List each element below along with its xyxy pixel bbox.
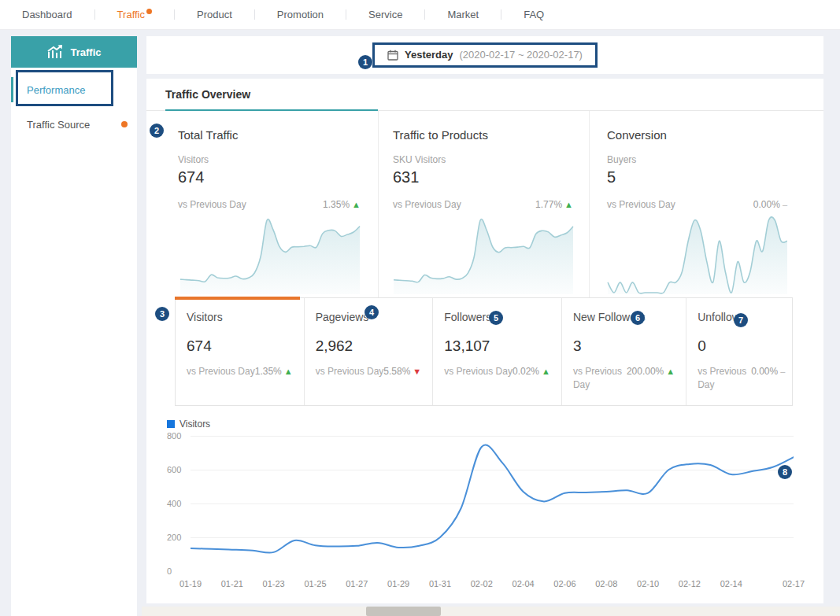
nav-item-label: Promotion	[277, 9, 324, 20]
legend-label: Visitors	[179, 419, 210, 430]
card-metric-label: SKU Visitors	[393, 154, 573, 165]
card-metric-value: 5	[607, 168, 787, 186]
change-value: 1.35%▲	[323, 199, 361, 210]
annotation-badge-1: 1	[358, 55, 372, 69]
annotation-badge-7: 7	[734, 313, 748, 327]
tab-traffic-overview[interactable]: Traffic Overview	[165, 79, 250, 111]
y-axis-tick: 200	[167, 533, 181, 542]
nav-item-dashboard[interactable]: Dashboard	[0, 9, 94, 20]
change-value: 1.77%▲	[535, 199, 573, 210]
nav-item-service[interactable]: Service	[346, 9, 424, 20]
sidebar-item-label: Performance	[27, 84, 85, 96]
card-metric-label: Visitors	[178, 154, 361, 165]
selected-metric-indicator	[175, 297, 300, 300]
active-indicator-bar	[11, 77, 13, 102]
vs-previous-label: vs Previous Day	[573, 365, 627, 392]
card-title: Total Traffic	[178, 128, 361, 142]
chart-legend: Visitors	[167, 419, 797, 430]
y-axis-tick: 400	[167, 499, 181, 508]
x-axis-tick: 02-04	[507, 579, 540, 588]
annotation-badge-3: 3	[155, 307, 169, 321]
nav-item-promotion[interactable]: Promotion	[255, 9, 346, 20]
annotation-badge-5: 5	[489, 311, 503, 325]
overview-card-total-traffic[interactable]: Total Traffic Visitors 674 vs Previous D…	[146, 111, 378, 297]
conversion-sparkline	[607, 214, 788, 294]
nav-item-label: Traffic	[117, 9, 145, 20]
metric-cell-new-followers[interactable]: New Followers 3 vs Previous Day 200.00%▲	[562, 298, 686, 405]
x-axis-tick: 02-17	[777, 579, 810, 588]
y-axis-tick: 800	[167, 431, 181, 441]
vs-previous-label: vs Previous Day	[187, 365, 255, 378]
card-title: Traffic to Products	[393, 128, 573, 142]
x-axis-tick: 01-25	[298, 579, 331, 588]
nav-item-label: Service	[368, 9, 402, 20]
trend-flat-icon: –	[780, 367, 785, 376]
date-range-selector[interactable]: Yesterday (2020-02-17 ~ 2020-02-17)	[372, 42, 598, 68]
trend-flat-icon: –	[783, 200, 787, 209]
sidebar-header-traffic[interactable]: Traffic	[11, 36, 137, 68]
y-axis-tick: 0	[167, 566, 172, 576]
date-range-text: (2020-02-17 ~ 2020-02-17)	[459, 49, 582, 61]
nav-item-label: Product	[197, 9, 232, 20]
x-axis-tick: 01-29	[382, 579, 415, 588]
horizontal-scrollbar-track[interactable]	[142, 607, 840, 616]
x-axis-tick: 02-08	[590, 579, 623, 588]
x-axis-tick: 01-31	[424, 579, 457, 588]
sidebar-item-traffic-source[interactable]: Traffic Source	[11, 107, 137, 142]
legend-swatch-visitors	[167, 420, 175, 428]
x-axis-tick: 01-23	[257, 579, 290, 588]
x-axis-tick: 02-02	[465, 579, 498, 588]
main-content: Yesterday (2020-02-17 ~ 2020-02-17) Traf…	[146, 36, 823, 603]
nav-item-market[interactable]: Market	[425, 9, 501, 20]
sidebar-item-performance[interactable]: Performance	[11, 72, 137, 107]
x-axis-tick: 02-12	[673, 579, 706, 588]
nav-item-traffic[interactable]: Traffic	[95, 9, 174, 20]
overview-card-conversion[interactable]: Conversion Buyers 5 vs Previous Day 0.00…	[589, 111, 823, 297]
annotation-badge-4: 4	[364, 305, 379, 319]
x-axis-tick: 02-10	[631, 579, 664, 588]
change-value: 0.00%–	[753, 199, 787, 210]
annotation-badge-2: 2	[150, 124, 164, 138]
nav-item-label: FAQ	[524, 9, 544, 20]
nav-item-label: Dashboard	[22, 9, 72, 20]
traffic-to-products-sparkline	[393, 214, 574, 294]
card-metric-label: Buyers	[607, 154, 787, 165]
nav-item-label: Market	[447, 9, 479, 20]
overview-card-traffic-to-products[interactable]: Traffic to Products SKU Visitors 631 vs …	[378, 111, 589, 297]
trend-up-icon: ▲	[542, 367, 550, 376]
metric-cell-visitors[interactable]: Visitors 674 vs Previous Day 1.35%▲	[176, 298, 305, 405]
horizontal-scrollbar-thumb[interactable]	[366, 607, 441, 616]
card-metric-value: 631	[393, 168, 573, 186]
trend-up-icon: ▲	[352, 200, 361, 209]
x-axis-tick: 01-27	[340, 579, 373, 588]
annotation-badge-6: 6	[631, 311, 645, 325]
nav-item-faq[interactable]: FAQ	[501, 9, 566, 20]
sidebar-header-label: Traffic	[70, 46, 101, 58]
traffic-chart-icon	[46, 45, 64, 59]
trend-down-icon: ▼	[413, 367, 421, 376]
metrics-strip: Visitors 674 vs Previous Day 1.35%▲ Page…	[175, 297, 793, 406]
sidebar-item-label: Traffic Source	[27, 119, 90, 131]
visitors-line-chart: 020040060080001-1901-2101-2301-2501-2701…	[167, 436, 797, 598]
tab-row: Traffic Overview	[146, 79, 823, 111]
nav-item-product[interactable]: Product	[175, 9, 254, 20]
date-filter-bar: Yesterday (2020-02-17 ~ 2020-02-17)	[146, 36, 823, 74]
date-preset-label: Yesterday	[405, 49, 453, 61]
x-axis-tick: 02-14	[715, 579, 748, 588]
trend-up-icon: ▲	[284, 367, 293, 376]
y-axis-tick: 600	[167, 465, 181, 474]
vs-previous-label: vs Previous Day	[393, 199, 461, 210]
overview-cards-row: Total Traffic Visitors 674 vs Previous D…	[146, 111, 823, 297]
traffic-overview-panel: Traffic Overview Total Traffic Visitors …	[146, 79, 823, 603]
vs-previous-label: vs Previous Day	[316, 365, 384, 378]
card-metric-value: 674	[178, 168, 361, 186]
total-traffic-sparkline	[179, 214, 361, 294]
trend-up-icon: ▲	[564, 200, 573, 209]
x-axis-tick: 01-19	[174, 579, 207, 588]
visitors-chart-section: Visitors 020040060080001-1901-2101-2301-…	[167, 419, 797, 598]
calendar-icon	[387, 50, 398, 61]
sidebar: Traffic Performance Traffic Source	[11, 36, 137, 616]
vs-previous-label: vs Previous Day	[178, 199, 246, 210]
top-nav: Dashboard Traffic Product Promotion Serv…	[0, 0, 840, 30]
x-axis-tick: 01-21	[216, 579, 249, 588]
